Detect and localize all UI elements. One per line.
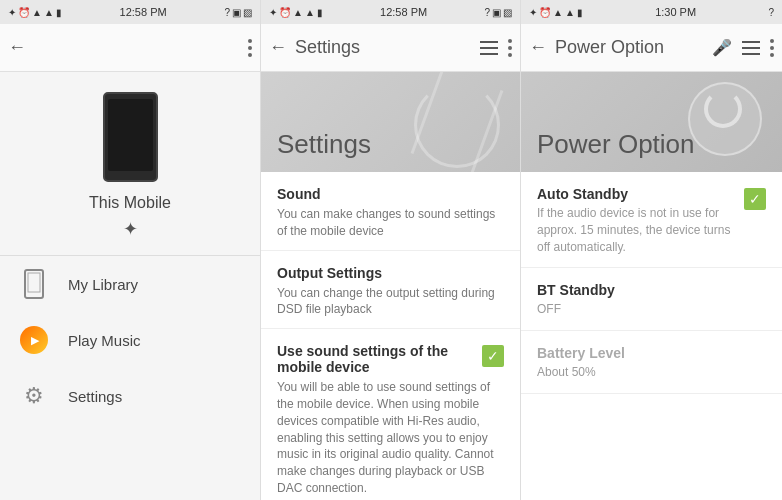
- status-icons-right-3: ?: [768, 7, 774, 18]
- signal-icon: ▲: [32, 7, 42, 18]
- wifi-icon: ▲: [44, 7, 54, 18]
- hamburger-icon-power[interactable]: [742, 41, 760, 55]
- sidebar-item-play-music[interactable]: Play Music: [0, 312, 260, 368]
- back-button-settings[interactable]: ←: [269, 37, 287, 58]
- screen-icon-2: ▣: [492, 7, 501, 18]
- status-bar-2: ✦ ⏰ ▲ ▲ ▮ 12:58 PM ? ▣ ▨: [261, 0, 520, 24]
- status-icons-right-1: ? ▣ ▨: [224, 7, 252, 18]
- settings-label: Settings: [68, 388, 122, 405]
- signal-icon-2: ▲: [293, 7, 303, 18]
- bt-standby-title: BT Standby: [537, 282, 766, 298]
- output-settings-section[interactable]: Output Settings You can change the outpu…: [261, 251, 520, 330]
- settings-hero: Settings: [261, 72, 520, 172]
- use-sound-settings-section[interactable]: Use sound settings of the mobile device …: [261, 329, 520, 500]
- menu-button-power[interactable]: [770, 39, 774, 57]
- battery-icon-3: ▮: [577, 7, 583, 18]
- back-button-1[interactable]: ←: [8, 37, 26, 58]
- bluetooth-status-icon-3: ✦: [529, 7, 537, 18]
- auto-standby-desc: If the audio device is not in use for ap…: [537, 205, 736, 255]
- status-icons-left-3: ✦ ⏰ ▲ ▲ ▮: [529, 7, 583, 18]
- microphone-icon[interactable]: 🎤: [712, 38, 732, 57]
- help-icon-3: ?: [768, 7, 774, 18]
- auto-standby-title: Auto Standby: [537, 186, 736, 202]
- status-time-1: 12:58 PM: [120, 6, 167, 18]
- help-icon-2: ?: [484, 7, 490, 18]
- play-music-icon: [20, 326, 48, 354]
- checkmark-icon: ✓: [487, 349, 499, 363]
- svg-rect-1: [28, 273, 40, 292]
- app-bar-1: ←: [0, 24, 260, 72]
- status-time-3: 1:30 PM: [655, 6, 696, 18]
- device-bluetooth-icon: ✦: [123, 218, 138, 240]
- alarm-icon-3: ⏰: [539, 7, 551, 18]
- phone-outline-icon: [20, 270, 48, 298]
- status-bar-3: ✦ ⏰ ▲ ▲ ▮ 1:30 PM ?: [521, 0, 782, 24]
- wifi-icon-2: ▲: [305, 7, 315, 18]
- gear-icon: ⚙: [20, 382, 48, 410]
- power-hero: Power Option: [521, 72, 782, 172]
- status-bar-1: ✦ ⏰ ▲ ▲ ▮ 12:58 PM ? ▣ ▨: [0, 0, 260, 24]
- battery-icon-2: ▮: [317, 7, 323, 18]
- help-icon: ?: [224, 7, 230, 18]
- auto-standby-checkbox[interactable]: ✓: [744, 188, 766, 210]
- bt-standby-section[interactable]: BT Standby OFF: [521, 268, 782, 331]
- signal-icon-3: ▲: [553, 7, 563, 18]
- power-option-page-title: Power Option: [547, 37, 712, 58]
- hamburger-icon[interactable]: [480, 41, 498, 55]
- battery-icon: ▮: [56, 7, 62, 18]
- app-bar-power: ← Power Option 🎤: [521, 24, 782, 72]
- battery-level-value: About 50%: [537, 364, 766, 381]
- phone-screen: [108, 99, 153, 171]
- phone-device-image: [103, 92, 158, 182]
- play-music-label: Play Music: [68, 332, 141, 349]
- auto-standby-checkmark-icon: ✓: [749, 192, 761, 206]
- sound-section-desc: You can make changes to sound settings o…: [277, 206, 504, 240]
- wifi-icon-3: ▲: [565, 7, 575, 18]
- screen-icon-1: ▣: [232, 7, 241, 18]
- app-bar-settings: ← Settings: [261, 24, 520, 72]
- alarm-icon-2: ⏰: [279, 7, 291, 18]
- battery-level-section[interactable]: Battery Level About 50%: [521, 331, 782, 394]
- panel-settings: ✦ ⏰ ▲ ▲ ▮ 12:58 PM ? ▣ ▨ ← Settings: [261, 0, 521, 500]
- sound-section-title: Sound: [277, 186, 504, 202]
- panel-power-option: ✦ ⏰ ▲ ▲ ▮ 1:30 PM ? ← Power Option 🎤: [521, 0, 782, 500]
- power-hero-title: Power Option: [537, 129, 695, 160]
- status-icons-right-2: ? ▣ ▨: [484, 7, 512, 18]
- use-sound-settings-title: Use sound settings of the mobile device: [277, 343, 474, 375]
- photo-icon-1: ▨: [243, 7, 252, 18]
- panel-my-library: ✦ ⏰ ▲ ▲ ▮ 12:58 PM ? ▣ ▨ ← This Mobile ✦: [0, 0, 261, 500]
- bluetooth-status-icon-2: ✦: [269, 7, 277, 18]
- menu-button-settings[interactable]: [508, 39, 512, 57]
- bt-standby-value: OFF: [537, 301, 766, 318]
- sidebar-item-my-library[interactable]: My Library: [0, 256, 260, 312]
- output-settings-desc: You can change the output setting during…: [277, 285, 504, 319]
- status-time-2: 12:58 PM: [380, 6, 427, 18]
- battery-level-title: Battery Level: [537, 345, 766, 361]
- settings-hero-title: Settings: [277, 129, 371, 160]
- settings-bar-icons: [480, 39, 512, 57]
- menu-button-1[interactable]: [248, 39, 252, 57]
- output-settings-title: Output Settings: [277, 265, 504, 281]
- sound-section[interactable]: Sound You can make changes to sound sett…: [261, 172, 520, 251]
- use-sound-settings-desc: You will be able to use sound settings o…: [277, 379, 504, 497]
- status-icons-left-2: ✦ ⏰ ▲ ▲ ▮: [269, 7, 323, 18]
- use-sound-settings-checkbox[interactable]: ✓: [482, 345, 504, 367]
- back-button-power[interactable]: ←: [529, 37, 547, 58]
- settings-content: Sound You can make changes to sound sett…: [261, 172, 520, 500]
- device-name-label: This Mobile: [89, 194, 171, 212]
- bluetooth-status-icon: ✦: [8, 7, 16, 18]
- sidebar-item-settings[interactable]: ⚙ Settings: [0, 368, 260, 424]
- alarm-icon: ⏰: [18, 7, 30, 18]
- power-content: Auto Standby If the audio device is not …: [521, 172, 782, 500]
- device-area: This Mobile ✦: [0, 72, 260, 255]
- status-icons-left-1: ✦ ⏰ ▲ ▲ ▮: [8, 7, 62, 18]
- my-library-label: My Library: [68, 276, 138, 293]
- power-bar-icons: 🎤: [712, 38, 774, 57]
- settings-page-title: Settings: [287, 37, 480, 58]
- photo-icon-2: ▨: [503, 7, 512, 18]
- auto-standby-section[interactable]: Auto Standby If the audio device is not …: [521, 172, 782, 268]
